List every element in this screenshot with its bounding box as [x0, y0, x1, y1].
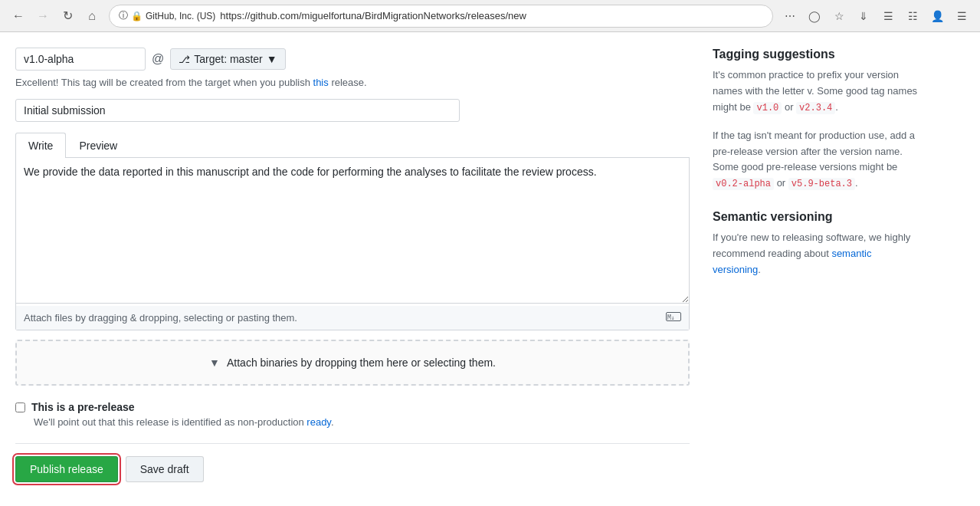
tagging-suggestions-title: Tagging suggestions: [713, 48, 919, 61]
tag-hint-before: Excellent! This tag will be created from…: [15, 77, 313, 88]
binaries-hint: Attach binaries by dropping them here or…: [227, 356, 496, 369]
download-button[interactable]: ⇓: [853, 5, 874, 27]
security-info: ⓘ 🔒 GitHub, Inc. (US): [119, 9, 215, 22]
tagging-prerelease-text: If the tag isn't meant for production us…: [713, 128, 919, 192]
actions-row: Publish release Save draft: [15, 456, 690, 482]
nav-buttons: ← → ↻ ⌂: [8, 5, 103, 27]
pre-release-checkbox[interactable]: [15, 402, 25, 412]
prerelease-code-2: v5.9-beta.3: [788, 178, 855, 190]
binaries-drop-zone[interactable]: ▼ Attach binaries by dropping them here …: [15, 340, 690, 386]
lock-icon: 🔒: [131, 11, 143, 21]
home-button[interactable]: ⌂: [81, 5, 103, 27]
tag-hint-link[interactable]: this: [313, 77, 329, 88]
tab-write[interactable]: Write: [15, 133, 66, 158]
svg-text:M↓: M↓: [667, 314, 675, 321]
tag-hint: Excellent! This tag will be created from…: [15, 77, 690, 88]
info-icon: ⓘ: [119, 9, 128, 22]
divider: [15, 443, 690, 444]
tab-preview[interactable]: Preview: [66, 133, 130, 158]
description-area-wrapper: We provide the data reported in this man…: [15, 158, 690, 330]
attach-bar: Attach files by dragging & dropping, sel…: [16, 306, 689, 330]
semantic-versioning-text: If you're new to releasing software, we …: [713, 230, 919, 278]
security-label: GitHub, Inc. (US): [146, 11, 215, 21]
download-arrow-icon: ▼: [209, 356, 220, 369]
tag-row: @ ⎇ Target: master ▼: [15, 48, 690, 71]
back-button[interactable]: ←: [8, 5, 29, 27]
pre-release-desc: We'll point out that this release is ide…: [34, 416, 690, 428]
account-button[interactable]: 👤: [926, 5, 948, 27]
pre-release-title: This is a pre-release: [31, 401, 135, 413]
save-draft-button[interactable]: Save draft: [126, 456, 204, 482]
reading-list-button[interactable]: ☰: [877, 5, 899, 27]
description-textarea[interactable]: We provide the data reported in this man…: [16, 158, 689, 304]
version-code-1: v1.0: [753, 102, 782, 114]
target-branch-button[interactable]: ⎇ Target: master ▼: [170, 48, 285, 70]
browser-actions: ⋯ ◯ ☆ ⇓ ☰ ☷ 👤 ☰: [779, 5, 972, 27]
tagging-suggestions-section: Tagging suggestions It's common practice…: [713, 48, 919, 192]
chevron-down-icon: ▼: [267, 53, 277, 65]
release-title-input[interactable]: [15, 99, 460, 122]
reader-view-button[interactable]: ☷: [902, 5, 923, 27]
forward-button[interactable]: →: [32, 5, 54, 27]
pre-release-desc-text: We'll point out that this release is ide…: [34, 416, 306, 428]
publish-release-button[interactable]: Publish release: [15, 456, 118, 482]
main-form: @ ⎇ Target: master ▼ Excellent! This tag…: [15, 48, 690, 482]
pre-release-section: This is a pre-release We'll point out th…: [15, 401, 690, 428]
tag-hint-after: release.: [329, 77, 367, 88]
url-text: https://github.com/miguelfortuna/BirdMig…: [220, 10, 763, 21]
more-button[interactable]: ⋯: [779, 5, 801, 27]
tabs-header: Write Preview: [15, 133, 690, 158]
tagging-suggestions-text: It's common practice to prefix your vers…: [713, 67, 919, 116]
browser-chrome: ← → ↻ ⌂ ⓘ 🔒 GitHub, Inc. (US) https://gi…: [0, 0, 980, 32]
reload-button[interactable]: ↻: [57, 5, 78, 27]
semantic-versioning-title: Semantic versioning: [713, 210, 919, 224]
pocket-button[interactable]: ◯: [804, 5, 825, 27]
pre-release-ready-link[interactable]: ready: [306, 416, 331, 428]
branch-icon: ⎇: [179, 54, 190, 65]
page-content: @ ⎇ Target: master ▼ Excellent! This tag…: [0, 32, 980, 498]
prerelease-code-1: v0.2-alpha: [713, 178, 774, 190]
version-code-2: v2.3.4: [796, 102, 835, 114]
target-label: Target: master: [194, 53, 262, 65]
tag-input[interactable]: [15, 48, 146, 71]
address-bar[interactable]: ⓘ 🔒 GitHub, Inc. (US) https://github.com…: [109, 5, 773, 28]
pre-release-label-row: This is a pre-release: [15, 401, 690, 413]
at-symbol: @: [152, 52, 164, 66]
sidebar: Tagging suggestions It's common practice…: [713, 48, 919, 482]
semantic-versioning-section: Semantic versioning If you're new to rel…: [713, 210, 919, 278]
markdown-icon: M↓: [666, 312, 681, 324]
bookmark-button[interactable]: ☆: [828, 5, 850, 27]
menu-button[interactable]: ☰: [951, 5, 972, 27]
pre-release-desc-after: .: [331, 416, 334, 428]
attach-text: Attach files by dragging & dropping, sel…: [24, 312, 297, 324]
